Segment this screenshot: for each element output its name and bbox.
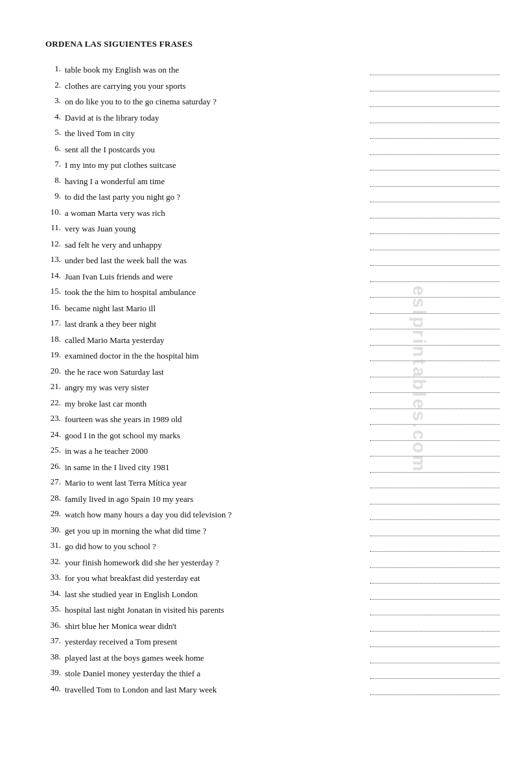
answer-line[interactable] — [370, 286, 500, 298]
item-number: 33. — [45, 572, 65, 582]
item-text: the lived Tom in city — [65, 127, 370, 140]
item-text: a woman Marta very was rich — [65, 207, 370, 220]
answer-line[interactable] — [370, 159, 500, 171]
answer-line[interactable] — [370, 461, 500, 473]
item-text: I my into my put clothes suitcase — [65, 159, 370, 172]
answer-line[interactable] — [370, 222, 500, 234]
answer-line[interactable] — [370, 175, 500, 187]
item-number: 20. — [45, 366, 65, 376]
list-item: 18.called Mario Marta yesterday — [45, 334, 500, 347]
answer-line[interactable] — [370, 429, 500, 441]
answer-line[interactable] — [370, 95, 500, 107]
list-item: 15.took the the him to hospital ambulanc… — [45, 286, 500, 299]
answer-line[interactable] — [370, 652, 500, 663]
answer-line[interactable] — [370, 556, 500, 568]
answer-line[interactable] — [370, 635, 500, 647]
answer-line[interactable] — [370, 112, 500, 123]
answer-line[interactable] — [370, 191, 500, 202]
list-item: 28.family lived in ago Spain 10 my years — [45, 493, 500, 506]
list-item: 33.for you what breakfast did yesterday … — [45, 572, 500, 585]
answer-line[interactable] — [370, 525, 500, 536]
answer-line[interactable] — [370, 413, 500, 425]
item-number: 32. — [45, 556, 65, 567]
answer-line[interactable] — [370, 588, 500, 600]
list-item: 19.examined doctor in the the hospital h… — [45, 349, 500, 362]
item-text: David at is the library today — [65, 112, 370, 124]
answer-line[interactable] — [370, 239, 500, 250]
answer-line[interactable] — [370, 683, 500, 695]
answer-line[interactable] — [370, 366, 500, 377]
answer-line[interactable] — [370, 493, 500, 504]
item-number: 13. — [45, 254, 65, 265]
answer-line[interactable] — [370, 604, 500, 615]
item-number: 6. — [45, 143, 65, 154]
list-item: 14.Juan Ivan Luis friends and were — [45, 270, 500, 283]
item-text: very was Juan young — [65, 222, 370, 235]
answer-line[interactable] — [370, 80, 500, 91]
answer-line[interactable] — [370, 302, 500, 314]
answer-line[interactable] — [370, 254, 500, 266]
list-item: 6.sent all the I postcards you — [45, 143, 500, 156]
list-item: 29.watch how many hours a day you did te… — [45, 508, 500, 521]
answer-line[interactable] — [370, 143, 500, 155]
item-number: 38. — [45, 652, 65, 662]
item-number: 24. — [45, 429, 65, 440]
item-number: 10. — [45, 207, 65, 217]
list-item: 40.travelled Tom to London and last Mary… — [45, 683, 500, 696]
list-item: 3.on do like you to to the go cinema sat… — [45, 95, 500, 108]
answer-line[interactable] — [370, 508, 500, 520]
item-number: 18. — [45, 334, 65, 344]
item-text: angry my was very sister — [65, 381, 370, 394]
item-text: called Mario Marta yesterday — [65, 334, 370, 347]
item-number: 3. — [45, 95, 65, 106]
list-item: 23.fourteen was she years in 1989 old — [45, 413, 500, 426]
item-text: my broke last car month — [65, 397, 370, 410]
item-number: 30. — [45, 525, 65, 535]
answer-line[interactable] — [370, 127, 500, 139]
item-text: family lived in ago Spain 10 my years — [65, 493, 370, 506]
answer-line[interactable] — [370, 64, 500, 75]
answer-line[interactable] — [370, 207, 500, 219]
item-text: last she studied year in English London — [65, 588, 370, 601]
list-item: 2.clothes are carrying you your sports — [45, 80, 500, 93]
answer-line[interactable] — [370, 334, 500, 346]
item-text: in same in the I lived city 1981 — [65, 461, 370, 474]
item-number: 9. — [45, 191, 65, 201]
answer-line[interactable] — [370, 318, 500, 329]
item-text: sad felt he very and unhappy — [65, 239, 370, 252]
item-text: examined doctor in the the hospital him — [65, 349, 370, 362]
list-item: 32.your finish homework did she her yest… — [45, 556, 500, 569]
list-item: 24.good I in the got school my marks — [45, 429, 500, 442]
exercise-list: 1.table book my English was on the2.clot… — [45, 64, 500, 696]
answer-line[interactable] — [370, 572, 500, 584]
item-number: 16. — [45, 302, 65, 313]
answer-line[interactable] — [370, 381, 500, 393]
item-number: 35. — [45, 604, 65, 614]
list-item: 34.last she studied year in English Lond… — [45, 588, 500, 601]
list-item: 21.angry my was very sister — [45, 381, 500, 394]
answer-line[interactable] — [370, 349, 500, 361]
item-text: good I in the got school my marks — [65, 429, 370, 442]
answer-line[interactable] — [370, 270, 500, 282]
list-item: 13.under bed last the week ball the was — [45, 254, 500, 267]
item-text: in was a he teacher 2000 — [65, 445, 370, 458]
list-item: 36.shirt blue her Monica wear didn't — [45, 620, 500, 633]
answer-line[interactable] — [370, 620, 500, 632]
item-number: 4. — [45, 112, 65, 122]
item-text: your finish homework did she her yesterd… — [65, 556, 370, 569]
item-number: 39. — [45, 667, 65, 678]
item-text: under bed last the week ball the was — [65, 254, 370, 267]
item-text: watch how many hours a day you did telev… — [65, 508, 370, 521]
item-number: 29. — [45, 508, 65, 519]
item-number: 28. — [45, 493, 65, 503]
answer-line[interactable] — [370, 667, 500, 679]
answer-line[interactable] — [370, 540, 500, 552]
item-number: 12. — [45, 239, 65, 249]
item-number: 14. — [45, 270, 65, 281]
answer-line[interactable] — [370, 477, 500, 488]
item-number: 34. — [45, 588, 65, 598]
list-item: 12.sad felt he very and unhappy — [45, 239, 500, 252]
answer-line[interactable] — [370, 397, 500, 409]
answer-line[interactable] — [370, 445, 500, 456]
list-item: 1.table book my English was on the — [45, 64, 500, 77]
